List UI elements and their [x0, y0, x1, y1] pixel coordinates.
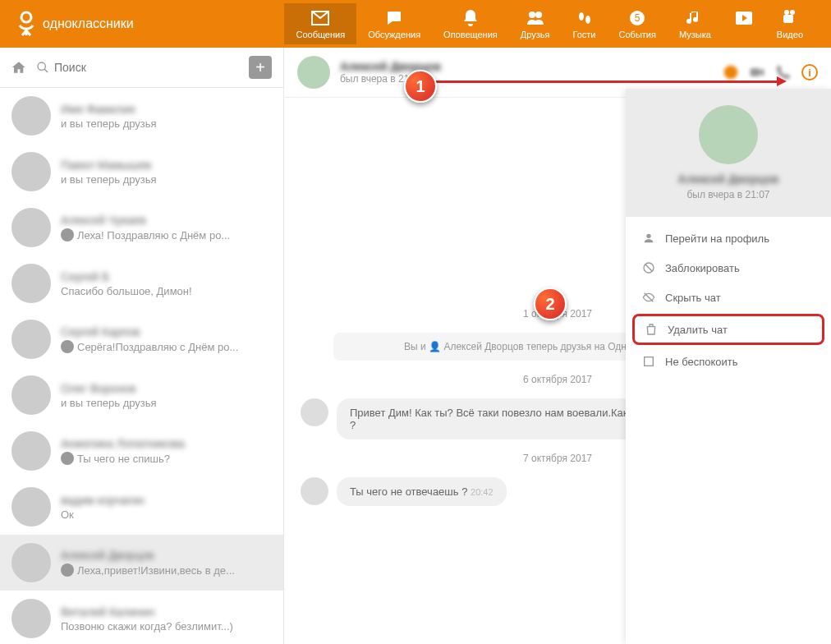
sidebar: + Имя Фамилия и вы теперь друзья Павел М…	[0, 48, 284, 644]
chat-avatar	[11, 487, 51, 527]
header: одноклассники СообщенияОбсужденияОповеще…	[0, 0, 831, 48]
friends-icon	[526, 8, 545, 28]
chat-avatar	[11, 543, 51, 582]
svg-text:5: 5	[635, 12, 640, 24]
search-icon	[36, 61, 49, 74]
conversation-avatar[interactable]	[297, 56, 330, 89]
search-input[interactable]	[54, 61, 239, 74]
user-icon	[642, 232, 655, 245]
svg-point-2	[535, 12, 542, 18]
chat-item[interactable]: Павел Мамышев и вы теперь друзья	[0, 144, 283, 200]
profile-panel: Алексей Дворцов был вчера в 21:07 Перейт…	[626, 89, 831, 644]
svg-rect-13	[751, 68, 760, 76]
info-icon[interactable]: i	[801, 64, 818, 80]
chat-avatar	[11, 375, 51, 415]
chat-avatar	[11, 320, 51, 359]
nav-item-feet[interactable]: Гости	[561, 3, 607, 44]
chat-avatar	[11, 431, 51, 471]
menu-item-square[interactable]: Не беспокоить	[626, 347, 831, 376]
hide-icon	[642, 291, 655, 304]
nav-label: События	[619, 30, 656, 39]
chat-item[interactable]: Алексей Чукаев Леха! Поздравляю с Днём р…	[0, 200, 283, 255]
video-icon	[780, 8, 800, 28]
menu-item-hide[interactable]: Скрыть чат	[626, 283, 831, 312]
conversation-name[interactable]: Алексей Дворцов	[340, 60, 713, 73]
mini-avatar	[61, 564, 74, 577]
menu-item-user[interactable]: Перейти на профиль	[626, 223, 831, 253]
chat-item[interactable]: Сергей Карпов Серёга!Поздравляю с Днём р…	[0, 311, 283, 367]
chat-preview: и вы теперь друзья	[61, 173, 272, 186]
nav-item-bell[interactable]: Оповещения	[432, 3, 509, 44]
money-icon[interactable]	[723, 64, 739, 80]
chat-preview: Спасибо большое, Димон!	[61, 285, 272, 297]
chat-preview: Позвоню скажи когда? безлимит...)	[61, 620, 272, 632]
annotation-arrow	[435, 80, 780, 83]
logo[interactable]: одноклассники	[16, 11, 134, 37]
message-bubble: Ты чего не отвечаешь ? 20:42	[337, 477, 507, 506]
chat-item[interactable]: Имя Фамилия и вы теперь друзья	[0, 88, 283, 144]
nav-label: Обсуждения	[368, 30, 420, 39]
panel-avatar[interactable]	[699, 105, 758, 164]
chat-item[interactable]: Сергей Б Спасибо большое, Димон!	[0, 255, 283, 311]
chat-name: Павел Мамышев	[61, 159, 272, 172]
svg-point-0	[21, 12, 31, 22]
music-icon	[685, 8, 705, 28]
video-call-icon[interactable]	[749, 64, 765, 80]
menu-item-trash[interactable]: Удалить чат	[632, 314, 824, 345]
mini-avatar	[61, 452, 74, 465]
nav-label: Музыка	[679, 30, 711, 39]
square-icon	[642, 355, 655, 368]
chat-preview: и вы теперь друзья	[61, 397, 272, 409]
trash-icon	[645, 323, 658, 336]
message-avatar[interactable]	[301, 477, 328, 505]
nav-item-music[interactable]: Музыка	[668, 3, 723, 44]
block-icon	[642, 261, 655, 274]
nav-item-chat[interactable]: Обсуждения	[356, 3, 432, 44]
message-avatar[interactable]	[301, 398, 328, 426]
nav-item-friends[interactable]: Друзья	[509, 3, 562, 44]
chat-list: Имя Фамилия и вы теперь друзья Павел Мам…	[0, 88, 283, 644]
panel-header: Алексей Дворцов был вчера в 21:07	[626, 89, 831, 217]
nav-item-video[interactable]: Видео	[765, 3, 815, 44]
panel-status: был вчера в 21:07	[642, 189, 815, 200]
nav-item-play[interactable]	[723, 3, 765, 44]
svg-point-3	[579, 12, 584, 21]
chat-item[interactable]: Виталий Калинин Позвоню скажи когда? без…	[0, 591, 283, 644]
search-wrap	[36, 61, 239, 74]
chat-name: Алексей Дворцов	[61, 549, 272, 562]
chat-name: Виталий Калинин	[61, 605, 272, 619]
chat-name: Анжелика Лопатникова	[61, 437, 272, 450]
chat-name: Имя Фамилия	[61, 103, 272, 116]
nav-label: Оповещения	[443, 30, 498, 39]
chat-icon	[384, 8, 404, 28]
menu-label: Не беспокоить	[665, 356, 738, 368]
chat-name: Олег Воронов	[61, 382, 272, 395]
chat-name: вадим корчагин	[61, 494, 272, 507]
menu-item-block[interactable]: Заблокировать	[626, 253, 831, 283]
svg-point-1	[529, 12, 535, 18]
chat-item[interactable]: Алексей Дворцов Леха,привет!Извини,весь …	[0, 535, 283, 591]
chat-preview: Серёга!Поздравляю с Днём ро...	[61, 340, 272, 353]
chat-avatar	[11, 599, 51, 638]
panel-name: Алексей Дворцов	[642, 172, 815, 186]
mini-avatar	[61, 228, 74, 242]
chat-name: Сергей Карпов	[61, 325, 272, 338]
chat-preview: Ты чего не спишь?	[61, 452, 272, 465]
chat-item[interactable]: Олег Воронов и вы теперь друзья	[0, 367, 283, 423]
chat-item[interactable]: вадим корчагин Ок	[0, 479, 283, 535]
nav-item-mail[interactable]: Сообщения	[284, 3, 356, 44]
conversation-actions: i	[723, 64, 818, 80]
chat-name: Алексей Чукаев	[61, 214, 272, 227]
home-icon[interactable]	[11, 60, 26, 75]
chat-item[interactable]: Анжелика Лопатникова Ты чего не спишь?	[0, 423, 283, 479]
chat-avatar	[11, 152, 51, 191]
chat-preview: Ок	[61, 508, 272, 521]
chat-avatar	[11, 208, 51, 247]
add-button[interactable]: +	[249, 56, 272, 79]
menu-label: Перейти на профиль	[665, 232, 769, 245]
nav-item-events[interactable]: 5События	[608, 3, 668, 44]
content: + Имя Фамилия и вы теперь друзья Павел М…	[0, 48, 831, 644]
chat-preview: Леха,привет!Извини,весь в де...	[61, 564, 272, 577]
nav-label: Гости	[572, 30, 595, 39]
feet-icon	[575, 8, 595, 28]
